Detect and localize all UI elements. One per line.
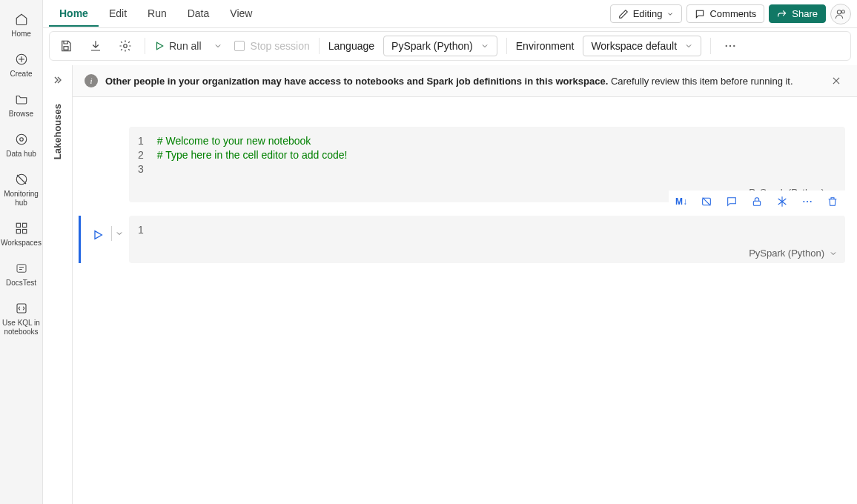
cell-body: M↓1PySpark (Python) — [129, 216, 845, 263]
stop-session-label: Stop session — [251, 40, 310, 52]
tab-data[interactable]: Data — [177, 1, 220, 27]
run-all-dropdown[interactable] — [211, 42, 225, 50]
settings-button[interactable] — [115, 36, 136, 56]
delete-cell-button[interactable] — [824, 193, 841, 210]
workspaces-icon — [14, 221, 29, 236]
svg-point-2 — [19, 138, 23, 142]
presence-avatar-button[interactable] — [830, 4, 851, 24]
cell-comment-button[interactable] — [724, 193, 740, 210]
info-icon: i — [85, 74, 98, 87]
nav-browse[interactable]: Browse — [0, 86, 42, 126]
code-lines[interactable] — [157, 223, 836, 237]
nav-create[interactable]: Create — [0, 46, 42, 86]
nav-home-label: Home — [11, 30, 31, 39]
data-hub-icon — [14, 132, 29, 147]
folder-icon — [14, 92, 29, 107]
convert-markdown-button[interactable]: M↓ — [673, 193, 689, 210]
svg-rect-6 — [16, 230, 20, 233]
info-close-button[interactable] — [827, 72, 845, 90]
cell-active-bar — [79, 127, 81, 202]
svg-point-14 — [726, 45, 727, 47]
line-numbers: 1 — [138, 223, 157, 237]
tab-view[interactable]: View — [219, 1, 262, 27]
svg-point-15 — [729, 45, 731, 47]
svg-rect-7 — [22, 230, 26, 233]
cell-language-selector[interactable]: PySpark (Python) — [129, 245, 845, 263]
nav-kql-notebooks[interactable]: Use KQL in notebooks — [0, 295, 42, 344]
tab-run[interactable]: Run — [137, 1, 177, 27]
share-label: Share — [792, 8, 818, 19]
run-cell-dropdown[interactable] — [111, 226, 126, 241]
freeze-cell-button[interactable] — [774, 193, 790, 210]
nav-create-label: Create — [10, 70, 32, 79]
nav-workspaces[interactable]: Workspaces — [0, 215, 42, 255]
cell-toolbar: M↓ — [669, 190, 845, 213]
tab-home[interactable]: Home — [49, 1, 99, 27]
plus-circle-icon — [14, 52, 29, 67]
environment-label: Environment — [516, 40, 575, 52]
editing-label: Editing — [633, 8, 663, 19]
info-banner: i Other people in your organization may … — [73, 65, 857, 97]
share-button[interactable]: Share — [769, 4, 826, 23]
cell-code-area[interactable]: 1PySpark (Python) — [129, 216, 845, 263]
environment-value: Workspace default — [591, 40, 677, 52]
language-value: PySpark (Python) — [391, 40, 473, 52]
nav-docstest-label: DocsTest — [6, 279, 36, 288]
nav-data-hub-label: Data hub — [6, 150, 36, 159]
svg-point-21 — [810, 201, 812, 202]
svg-point-20 — [807, 201, 808, 202]
monitoring-icon — [14, 172, 29, 187]
info-bold: Other people in your organization may ha… — [105, 76, 608, 87]
run-all-button[interactable]: Run all — [154, 40, 202, 52]
toolbar-divider — [710, 38, 711, 54]
lock-cell-button[interactable] — [749, 193, 765, 210]
play-icon — [154, 41, 165, 51]
cell-more-button[interactable] — [799, 193, 815, 210]
chevron-down-icon — [666, 10, 674, 18]
environment-select[interactable]: Workspace default — [583, 36, 701, 56]
nav-monitoring-hub[interactable]: Monitoring hub — [0, 166, 42, 215]
nav-home[interactable]: Home — [0, 6, 42, 46]
editing-mode-button[interactable]: Editing — [610, 4, 683, 23]
svg-rect-12 — [64, 47, 68, 50]
svg-point-19 — [803, 201, 804, 202]
nav-browse-label: Browse — [9, 110, 33, 119]
left-navigation-rail: Home Create Browse Data hub Monitoring h… — [0, 0, 43, 504]
nav-docstest[interactable]: DocsTest — [0, 255, 42, 295]
info-rest: Carefully review this item before runnin… — [608, 76, 793, 87]
svg-point-1 — [16, 134, 27, 145]
cell-language-label: PySpark (Python) — [749, 248, 824, 259]
hide-input-button[interactable] — [698, 193, 715, 210]
svg-rect-5 — [22, 223, 26, 227]
line-numbers: 123 — [138, 134, 157, 176]
share-icon — [777, 9, 787, 19]
comments-button[interactable]: Comments — [686, 4, 764, 23]
toolbar-divider — [319, 38, 320, 54]
workspace-item-icon — [14, 261, 29, 276]
toolbar-more-button[interactable] — [720, 36, 741, 56]
save-button[interactable] — [56, 36, 76, 56]
toolbar-divider — [506, 38, 507, 54]
svg-rect-18 — [753, 201, 760, 205]
cell-gutter — [77, 216, 129, 263]
pencil-icon — [618, 9, 629, 19]
lakehouses-panel-tab[interactable]: Lakehouses — [52, 104, 63, 159]
nav-kql-label: Use KQL in notebooks — [1, 319, 41, 336]
language-select[interactable]: PySpark (Python) — [383, 36, 497, 56]
chevron-down-icon — [480, 42, 489, 50]
tab-edit[interactable]: Edit — [99, 1, 137, 27]
code-lines[interactable]: # Welcome to your new notebook# Type her… — [157, 134, 836, 176]
stop-session-button[interactable]: Stop session — [234, 40, 310, 52]
comment-icon — [695, 9, 705, 19]
nav-workspaces-label: Workspaces — [1, 239, 42, 248]
run-cell-button[interactable] — [89, 226, 107, 244]
cell-active-bar — [79, 216, 81, 263]
chevron-down-icon — [829, 249, 838, 258]
svg-point-11 — [841, 10, 844, 13]
download-button[interactable] — [85, 36, 106, 56]
nav-data-hub[interactable]: Data hub — [0, 126, 42, 166]
expand-panel-button[interactable] — [49, 71, 67, 89]
notebook-cell[interactable]: M↓1PySpark (Python) — [77, 216, 845, 263]
svg-point-10 — [837, 10, 841, 13]
comments-label: Comments — [709, 8, 756, 19]
